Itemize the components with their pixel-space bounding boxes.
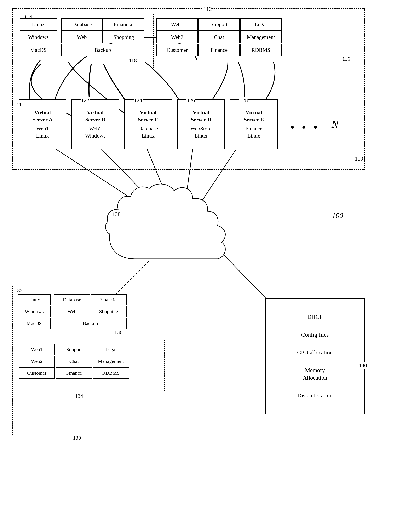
box-database-bottom: Database (54, 294, 90, 306)
vs-d-d2: Linux (195, 132, 207, 139)
box-legal-top: Legal (240, 18, 282, 31)
virtual-server-e: VirtualServer E Finance Linux (230, 99, 278, 149)
box-management-bottom: Management (93, 356, 129, 367)
label-120: 120 (14, 102, 23, 108)
box-management-top: Management (240, 31, 282, 44)
box-windows-bottom: Windows (18, 306, 51, 317)
label-112: 112 (203, 6, 212, 13)
box-support-top: Support (198, 18, 240, 31)
label-126: 126 (186, 97, 195, 103)
label-128: 128 (239, 97, 248, 103)
vs-e-d1: Finance (245, 125, 262, 132)
box-support-bottom: Support (56, 344, 92, 355)
box-chat-bottom: Chat (56, 356, 92, 367)
label-122: 122 (81, 97, 90, 103)
vs-c-d2: Linux (142, 132, 155, 139)
label-116: 116 (342, 56, 351, 62)
box-linux-top: Linux (20, 18, 57, 31)
vs-c-d1: Database (138, 125, 158, 132)
box-database-top: Database (61, 18, 103, 31)
box-web1-top: Web1 (156, 18, 198, 31)
diagram: 112 114 Linux Windows MacOS 118 Database… (0, 0, 420, 530)
vs-b-d1: Web1 (89, 125, 102, 132)
network-cloud (104, 180, 249, 267)
vs-b-d2: Windows (85, 132, 106, 139)
box-customer-top: Customer (156, 44, 198, 56)
box-windows-top: Windows (20, 31, 57, 44)
box-backup-top: Backup (61, 44, 144, 56)
box-legal-bottom: Legal (93, 344, 129, 355)
config-dhcp: DHCP (307, 313, 323, 321)
box-web1-bottom: Web1 (19, 344, 55, 355)
label-140: 140 (359, 362, 367, 369)
virtual-server-a: VirtualServer A Web1 Linux (19, 99, 66, 149)
box-backup-bottom: Backup (54, 318, 127, 329)
vs-c-name: VirtualServer C (138, 109, 158, 123)
config-disk: Disk allocation (297, 392, 332, 399)
figure-label-100: 100 (331, 211, 344, 220)
config-memory: MemoryAllocation (303, 367, 327, 382)
box-web-top: Web (61, 31, 103, 44)
virtual-server-d: VirtualServer D WebStore Linux (177, 99, 225, 149)
vs-d-name: VirtualServer D (191, 109, 211, 123)
box-customer-bottom: Customer (19, 368, 55, 379)
vs-d-d1: WebStore (190, 125, 211, 132)
ellipsis: • • • (290, 120, 320, 134)
box-macos-bottom: MacOS (18, 318, 51, 329)
vs-e-name: VirtualServer E (244, 109, 264, 123)
label-118: 118 (128, 58, 137, 64)
config-cpu: CPU allocation (297, 349, 333, 356)
box-chat-top: Chat (198, 31, 240, 44)
box-linux-bottom: Linux (18, 294, 51, 306)
label-132: 132 (14, 287, 23, 294)
box-financial-top: Financial (103, 18, 144, 31)
config-box: DHCP Config files CPU allocation MemoryA… (265, 298, 365, 414)
box-finance-right-top: Finance (198, 44, 240, 56)
label-136: 136 (114, 329, 123, 336)
box-shopping-top: Shopping (103, 31, 144, 44)
label-124: 124 (134, 97, 143, 103)
vs-a-name: VirtualServer A (32, 109, 53, 123)
box-web2-top: Web2 (156, 31, 198, 44)
label-138: 138 (112, 211, 121, 218)
box-financial-bottom: Financial (90, 294, 127, 306)
label-134: 134 (75, 393, 84, 399)
virtual-server-b: VirtualServer B Web1 Windows (72, 99, 119, 149)
config-files: Config files (301, 331, 329, 339)
virtual-server-c: VirtualServer C Database Linux (124, 99, 172, 149)
n-label: N (331, 118, 338, 130)
box-rdbms-top: RDBMS (240, 44, 282, 56)
box-shopping-bottom: Shopping (90, 306, 127, 317)
box-rdbms-bottom: RDBMS (93, 368, 129, 379)
vs-e-d2: Linux (247, 132, 260, 139)
box-web2-bottom: Web2 (19, 356, 55, 367)
box-finance-bottom: Finance (56, 368, 92, 379)
box-macos-top: MacOS (20, 44, 57, 56)
label-110: 110 (354, 155, 364, 162)
label-130: 130 (73, 435, 81, 441)
vs-b-name: VirtualServer B (85, 109, 105, 123)
vs-a-d1: Web1 (36, 125, 49, 132)
vs-a-d2: Linux (36, 132, 49, 139)
box-web-bottom: Web (54, 306, 90, 317)
